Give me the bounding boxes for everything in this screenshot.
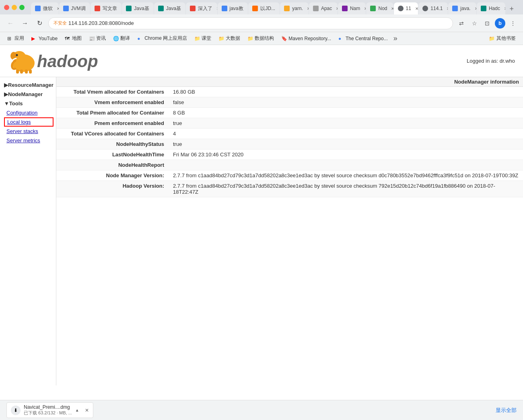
central-icon: ● (338, 36, 344, 41)
tab-close-icon[interactable]: ✕ (119, 5, 121, 12)
bookmark-datastruct[interactable]: 📁 数据结构 (244, 34, 277, 43)
back-button[interactable]: ← (5, 18, 16, 29)
sidebar-tools[interactable]: ▼Tools (0, 99, 56, 108)
download-close-icon[interactable]: ✕ (85, 408, 89, 413)
translate-icon[interactable]: ⇄ (456, 18, 467, 29)
tab-close-icon[interactable]: ✕ (334, 5, 338, 12)
bookmark-other[interactable]: 📁 其他书签 (486, 34, 519, 43)
bookmark-news[interactable]: 📰 资讯 (86, 34, 109, 43)
tab-close-icon[interactable]: ✕ (389, 5, 393, 12)
tab-nam[interactable]: Nam ✕ (338, 2, 366, 14)
news-icon: 📰 (89, 36, 95, 41)
tab-label: Java基 (134, 5, 149, 12)
row-value: 4 (169, 129, 523, 139)
download-expand-icon[interactable]: ▲ (75, 408, 79, 412)
bookmark-star-icon[interactable]: ☆ (469, 18, 480, 29)
info-table: Total Vmem allocated for Containers16.80… (56, 87, 523, 197)
bookmark-label: 资讯 (96, 35, 106, 42)
tab-java1[interactable]: Java基 ✕ (122, 2, 153, 14)
download-bar: ⬇ Navicat_Premi....dmg 已下载 63.2/132 · MB… (0, 400, 523, 420)
tab-favicon (158, 6, 164, 11)
download-item: ⬇ Navicat_Premi....dmg 已下载 63.2/132 · MB… (6, 402, 93, 418)
tab-favicon (95, 6, 100, 11)
minimize-button[interactable] (12, 5, 17, 10)
tab-close-icon[interactable]: ✕ (473, 5, 476, 12)
table-row: LastNodeHealthTimeFri Mar 06 23:10:46 CS… (56, 150, 523, 160)
sidebar-server-metrics[interactable]: Server metrics (0, 136, 56, 145)
row-value: 2.7.7 from c1aad84bd27cd79c3d1a7dd58202a… (169, 170, 523, 181)
tab-close-icon[interactable]: ✕ (55, 5, 59, 12)
sidebar-server-stacks[interactable]: Server stacks (0, 127, 56, 136)
tab-close-icon[interactable]: ✕ (445, 5, 448, 12)
tab-11-active[interactable]: 11 ✕ (394, 2, 418, 14)
close-button[interactable] (4, 5, 9, 10)
refresh-button[interactable]: ↻ (34, 18, 45, 29)
new-tab-button[interactable]: + (507, 3, 516, 14)
show-all-downloads[interactable]: 显示全部 (496, 407, 517, 414)
bookmark-maven[interactable]: 🔖 Maven Repository... (278, 34, 334, 43)
table-row: Node Manager Version:2.7.7 from c1aad84b… (56, 170, 523, 181)
bookmark-map[interactable]: 🗺 地图 (62, 34, 85, 43)
bookmarks-more-icon[interactable]: » (392, 34, 399, 43)
url-bar[interactable]: 不安全 114.116.203.208:8080/node (48, 17, 453, 29)
tab-close-icon[interactable]: ✕ (152, 5, 154, 12)
tab-jd[interactable]: 以JD... ✕ (248, 2, 280, 14)
bookmark-label: 应用 (14, 35, 24, 42)
tab-close-icon[interactable]: ✕ (183, 5, 185, 12)
maven-icon: 🔖 (281, 36, 287, 41)
tab-114[interactable]: 114.1 ✕ (418, 2, 448, 14)
tab-java3[interactable]: java. ✕ (448, 2, 476, 14)
tab-close-icon[interactable]: ✕ (278, 5, 280, 12)
bookmark-translate[interactable]: 🌐 翻译 (110, 34, 133, 43)
tab-label: 深入了 (198, 5, 212, 12)
tab-deep[interactable]: 深入了 ✕ (186, 2, 217, 14)
tab-close-icon[interactable]: ✕ (246, 5, 248, 12)
tab-yarn[interactable]: yarn. ✕ (280, 2, 309, 14)
profile-avatar[interactable]: b (495, 18, 505, 29)
row-value: true (169, 139, 523, 150)
row-value: false (169, 97, 523, 108)
sidebar-configuration[interactable]: Configuration (0, 108, 56, 117)
tab-javajiao[interactable]: java教 ✕ (218, 2, 248, 14)
tab-close-icon[interactable]: ✕ (215, 5, 217, 12)
table-row: Hadoop Version:2.7.7 from c1aad84bd27cd7… (56, 181, 523, 197)
bookmark-bigdata[interactable]: 📁 大数据 (215, 34, 243, 43)
hadoop-header: hadoop Logged in as: dr.who (0, 45, 523, 77)
tab-close-icon[interactable]: ✕ (502, 5, 506, 12)
sidebar-node-manager[interactable]: ▶NodeManager (0, 90, 56, 99)
bookmark-chrome-store[interactable]: ● Chrome 网上应用店 (134, 34, 190, 43)
sidebar: ▶ResourceManager ▶NodeManager ▼Tools Con… (0, 77, 56, 385)
tab-favicon (222, 6, 227, 11)
forward-button[interactable]: → (19, 18, 31, 29)
tab-node[interactable]: Nod ✕ (366, 2, 393, 14)
tab-favicon (63, 6, 69, 11)
tab-close-icon[interactable]: ✕ (414, 5, 418, 12)
tab-weibo[interactable]: 微软 ✕ (31, 2, 59, 14)
svg-rect-6 (25, 70, 28, 74)
bookmark-label: Maven Repository... (288, 36, 331, 41)
row-key: NodeHealthReport (56, 160, 169, 170)
menu-icon[interactable]: ⋮ (508, 18, 518, 29)
bookmark-central[interactable]: ● The Central Repo... (335, 34, 391, 43)
hadoop-logo-svg: hadoop (8, 48, 125, 74)
tab-write[interactable]: 写文章 ✕ (91, 2, 121, 14)
tab-close-icon[interactable]: ✕ (88, 5, 90, 12)
extension-icon[interactable]: ⊡ (482, 18, 492, 29)
row-key: NodeHealthyStatus (56, 139, 169, 150)
tab-apache[interactable]: Apac ✕ (309, 2, 338, 14)
maximize-button[interactable] (19, 5, 25, 10)
row-key: Total Pmem allocated for Container (56, 108, 169, 118)
tab-jvm[interactable]: JVM调 ✕ (59, 2, 90, 14)
sidebar-resource-manager[interactable]: ▶ResourceManager (0, 80, 56, 90)
tab-java2[interactable]: Java基 ✕ (154, 2, 185, 14)
apps-icon: ⊞ (7, 36, 13, 41)
bookmark-apps[interactable]: ⊞ 应用 (4, 34, 27, 43)
sidebar-local-logs[interactable]: Local logs (4, 117, 54, 127)
bookmark-class[interactable]: 📁 课堂 (191, 34, 214, 43)
row-key: LastNodeHealthTime (56, 150, 169, 160)
bookmark-label: 课堂 (202, 35, 211, 42)
tab-close-icon[interactable]: ✕ (362, 5, 366, 12)
tab-close-icon[interactable]: ✕ (305, 5, 309, 12)
bookmark-youtube[interactable]: ▶ YouTube (28, 34, 61, 43)
tab-hadoop[interactable]: Hadc ✕ (477, 2, 506, 14)
